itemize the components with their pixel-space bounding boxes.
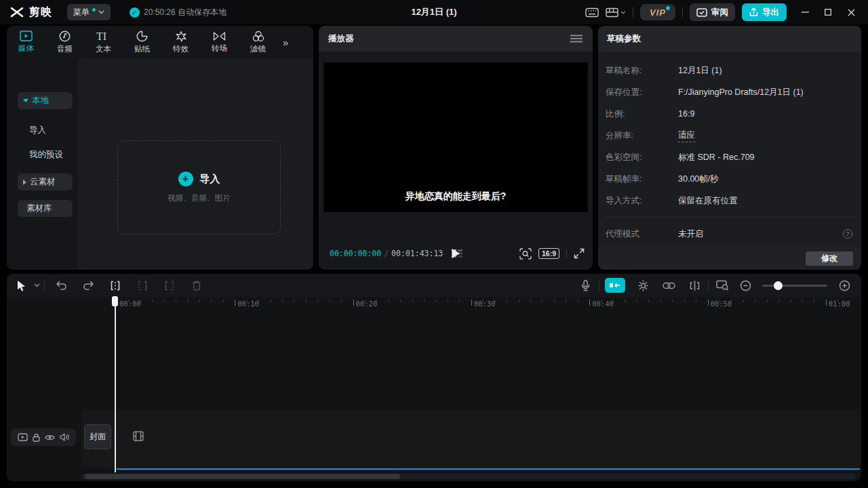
row-value: 未开启 — [678, 228, 704, 240]
playhead-handle[interactable] — [112, 296, 118, 306]
media-sidebar: 本地 导入 我的预设 云素材 素材库 — [7, 58, 78, 270]
video-subtitle: 异地恋真的能走到最后? — [323, 190, 588, 203]
media-icon — [20, 30, 33, 41]
timeline-zoom-slider[interactable] — [762, 285, 827, 287]
cover-label: 封面 — [90, 431, 106, 443]
delete-left-button[interactable] — [131, 274, 154, 297]
divider — [599, 281, 599, 291]
speaker-icon[interactable] — [60, 433, 69, 441]
review-button[interactable]: 审阅 — [690, 3, 735, 21]
ruler-tick — [365, 300, 366, 302]
player-menu-icon[interactable] — [570, 35, 583, 43]
tab-label: 媒体 — [18, 43, 34, 54]
main-track-magnet-button[interactable] — [605, 278, 625, 293]
sidebar-item-import[interactable]: 导入 — [18, 122, 73, 139]
ruler-tick — [578, 300, 578, 302]
lock-icon[interactable] — [33, 433, 40, 442]
ratio-button[interactable]: 16:9 — [538, 248, 559, 259]
help-icon[interactable]: ? — [843, 229, 852, 239]
ruler-tick — [317, 300, 318, 302]
modify-button[interactable]: 修改 — [806, 251, 853, 266]
tab-text[interactable]: TI 文本 — [84, 30, 123, 54]
draft-row-importmode: 导入方式: 保留在原有位置 — [598, 190, 861, 211]
sidebar-label: 本地 — [32, 95, 49, 106]
auto-snap-button[interactable] — [631, 274, 654, 297]
audio-icon — [59, 30, 71, 42]
split-button[interactable] — [104, 274, 127, 297]
sidebar-item-library[interactable]: 素材库 — [18, 200, 73, 217]
linkage-button[interactable] — [657, 274, 680, 297]
zoom-slider-handle[interactable] — [774, 281, 783, 290]
playhead-line[interactable] — [115, 296, 116, 472]
export-button[interactable]: 导出 — [742, 3, 787, 21]
preview-axis-button[interactable] — [683, 274, 706, 297]
ruler-tick — [164, 300, 165, 302]
app-name: 剪映 — [29, 5, 52, 20]
layout-switch-icon[interactable] — [606, 7, 626, 18]
clip-film-icon[interactable] — [133, 431, 144, 441]
tab-audio[interactable]: 音频 — [45, 30, 84, 54]
select-tool-button[interactable] — [11, 274, 31, 297]
ruler-tick — [176, 300, 176, 302]
record-voiceover-icon[interactable] — [574, 274, 597, 297]
window-maximize-button[interactable] — [816, 2, 840, 22]
delete-button[interactable] — [185, 274, 208, 297]
import-label: 导入 — [200, 173, 220, 186]
main-track-lane[interactable] — [81, 409, 861, 468]
svg-text:TI: TI — [96, 30, 106, 42]
zoom-in-icon[interactable] — [833, 274, 856, 297]
global-preview-zoom-button[interactable] — [711, 274, 734, 297]
menu-button[interactable]: 菜单 — [67, 4, 111, 20]
sidebar-item-cloud[interactable]: 云素材 — [18, 174, 73, 190]
select-tool-chevron[interactable] — [31, 274, 42, 297]
preview-magnifier-icon[interactable] — [519, 248, 532, 260]
timeline-ruler[interactable]: 00:0000:1000:2000:3000:4000:5001:00 — [7, 297, 859, 313]
import-dropzone[interactable]: + 导入 视频、音频、图片 — [117, 140, 281, 235]
document-title: 12月1日 (1) — [411, 6, 456, 18]
cover-button[interactable]: 封面 — [84, 424, 111, 449]
tab-label: 转场 — [212, 43, 227, 54]
video-preview[interactable]: 异地恋真的能走到最后? — [323, 62, 588, 212]
vip-button[interactable]: VIP — [640, 4, 675, 20]
review-icon — [696, 8, 707, 17]
row-value[interactable]: 适应 — [678, 129, 695, 142]
redo-button[interactable] — [77, 274, 100, 297]
tab-media[interactable]: 媒体 — [7, 30, 45, 54]
fullscreen-icon[interactable] — [574, 248, 585, 259]
tab-sticker[interactable]: 贴纸 — [123, 30, 161, 54]
window-close-button[interactable] — [840, 2, 863, 22]
effects-icon — [175, 30, 187, 42]
undo-button[interactable] — [50, 274, 73, 297]
row-value: 标准 SDR - Rec.709 — [678, 152, 755, 163]
tab-filter[interactable]: 滤镜 — [239, 30, 277, 54]
transition-icon — [213, 31, 226, 41]
tab-effects[interactable]: 特效 — [161, 30, 200, 54]
app-logo: 剪映 — [9, 5, 52, 20]
tabs-expand-button[interactable]: » — [283, 37, 288, 48]
shortcut-keyboard-icon[interactable] — [585, 7, 599, 18]
sticker-icon — [136, 30, 148, 42]
play-button[interactable] — [451, 248, 460, 259]
track-bottom-line — [117, 468, 860, 470]
sidebar-item-presets[interactable]: 我的预设 — [18, 146, 73, 163]
divider — [606, 217, 854, 218]
magnet-icon — [609, 282, 621, 289]
triangle-right-icon — [23, 180, 26, 185]
track-type-icon[interactable] — [18, 433, 28, 441]
time-separator: / — [381, 249, 391, 258]
divider — [708, 281, 709, 291]
tab-transition[interactable]: 转场 — [200, 31, 239, 54]
eye-icon[interactable] — [45, 434, 55, 441]
sidebar-item-local[interactable]: 本地 — [18, 92, 73, 109]
scrollbar-thumb[interactable] — [85, 474, 400, 479]
ruler-tick — [199, 300, 200, 302]
draft-rows: 草稿名称: 12月1日 (1) 保存位置: F:/JianyingPro Dra… — [598, 60, 861, 211]
ruler-tick — [696, 300, 696, 302]
delete-right-button[interactable] — [158, 274, 181, 297]
titlebar: 剪映 菜单 ✓ 20:50:26 自动保存本地 12月1日 (1) VIP 审阅 — [0, 0, 868, 24]
window-minimize-button[interactable] — [793, 2, 816, 22]
tab-label: 滤镜 — [250, 44, 266, 54]
draft-row-ratio: 比例: 16:9 — [598, 103, 861, 125]
zoom-out-icon[interactable] — [734, 274, 757, 297]
horizontal-scrollbar[interactable] — [81, 474, 856, 479]
